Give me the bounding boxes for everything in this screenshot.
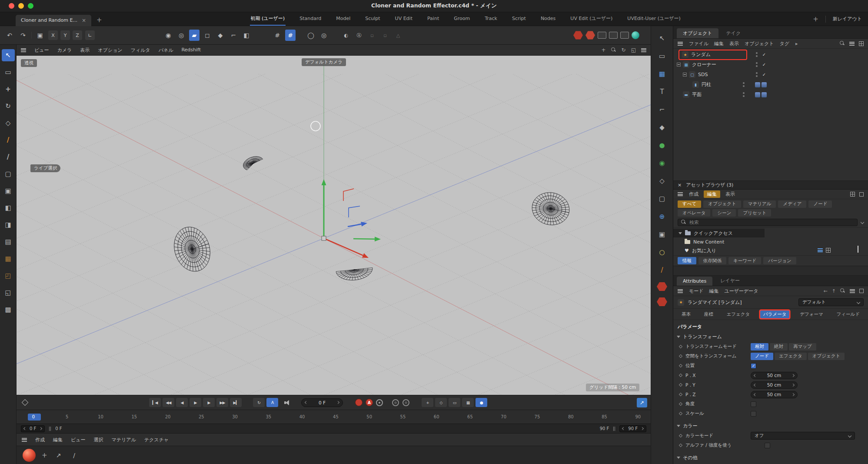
- group-color[interactable]: カラー: [673, 421, 868, 431]
- zoom-view-icon[interactable]: [611, 47, 616, 53]
- grid-view-icon[interactable]: [826, 248, 831, 253]
- attribute-category-tab[interactable]: フィールド: [833, 310, 862, 318]
- ab-filter-tab[interactable]: ノード: [808, 200, 832, 208]
- tool-icon[interactable]: ▩: [2, 304, 15, 316]
- toolbar-icon[interactable]: ◧: [241, 30, 252, 41]
- axis-lock-button[interactable]: Z: [73, 30, 82, 40]
- attr-menu-item[interactable]: モード: [689, 288, 704, 294]
- sound-icon[interactable]: [284, 400, 291, 405]
- record-keyframe-icon[interactable]: [355, 399, 362, 406]
- command-icon[interactable]: [657, 282, 667, 291]
- px-field[interactable]: 50 cm: [751, 372, 798, 379]
- tool-icon[interactable]: ◧: [2, 202, 15, 214]
- position-checkbox[interactable]: [751, 363, 756, 369]
- material-tool-icon[interactable]: /: [69, 450, 80, 461]
- render-settings-icon[interactable]: [585, 31, 595, 40]
- transform-mode-option[interactable]: 絶対: [770, 343, 788, 351]
- attr-menu-item[interactable]: 編集: [709, 288, 719, 294]
- viewport-render-icon[interactable]: ▣: [35, 30, 45, 41]
- om-search-icon[interactable]: [840, 41, 845, 46]
- timeline-option-icon[interactable]: ●: [476, 398, 487, 407]
- material-menu-icon[interactable]: [22, 438, 27, 442]
- scale-checkbox[interactable]: [751, 411, 756, 417]
- tree-row-plane[interactable]: ▬ 平面: [673, 90, 767, 100]
- toolbar-icon[interactable]: △: [393, 30, 403, 41]
- viewport-menu-item[interactable]: オプション: [98, 47, 122, 53]
- command-icon[interactable]: /: [655, 264, 668, 276]
- panel-tab[interactable]: オブジェクト: [677, 28, 718, 38]
- ab-thumbnail-icon[interactable]: [850, 192, 855, 197]
- ab-tree-new-content[interactable]: New Content: [673, 237, 765, 246]
- ab-menu-item[interactable]: 表示: [725, 191, 735, 197]
- tool-icon[interactable]: ▣: [2, 185, 15, 197]
- timeline-option-icon[interactable]: +: [422, 398, 433, 407]
- layout-tab[interactable]: UV Edit (ユーザー): [569, 12, 613, 26]
- py-field[interactable]: 50 cm: [751, 381, 798, 389]
- range-start-handle[interactable]: [49, 427, 50, 431]
- panel-tab[interactable]: レイヤー: [714, 276, 746, 286]
- viewport-menu-item[interactable]: カメラ: [57, 47, 72, 53]
- 3d-viewport[interactable]: 透視 デフォルトカメラ ライブ選択 グリッド間隔：50 cm: [17, 56, 651, 395]
- enabled-check-icon[interactable]: ✓: [762, 72, 767, 77]
- current-frame-field[interactable]: 0 F: [301, 398, 343, 407]
- search-options-chevron-icon[interactable]: [861, 220, 864, 224]
- ab-menu-icon[interactable]: [678, 192, 683, 196]
- layout-tab[interactable]: Model: [335, 12, 351, 26]
- tool-icon[interactable]: ◰: [2, 270, 15, 282]
- command-icon[interactable]: ◇: [655, 175, 668, 187]
- ab-tree-quick-access[interactable]: クイックアクセス: [673, 229, 765, 237]
- layout-tab[interactable]: Nodes: [540, 12, 556, 26]
- om-menu-item[interactable]: 表示: [729, 40, 739, 47]
- history-back-icon[interactable]: ←: [824, 288, 828, 294]
- visibility-dots[interactable]: [743, 92, 745, 97]
- new-layout-button[interactable]: 新レイアウト: [833, 16, 862, 22]
- material-menu-item[interactable]: 選択: [94, 437, 103, 443]
- transform-space-option[interactable]: オブジェクト: [808, 353, 845, 360]
- om-menu-icon[interactable]: [678, 42, 683, 46]
- lock-icon[interactable]: [859, 289, 864, 293]
- tool-icon[interactable]: /: [2, 134, 15, 146]
- layout-tab[interactable]: UV Edit: [394, 12, 413, 26]
- command-icon[interactable]: ▣: [655, 228, 668, 240]
- ab-filter-tab[interactable]: すべて: [678, 200, 701, 208]
- attribute-category-tab[interactable]: 基本: [678, 310, 694, 318]
- ab-info-tab[interactable]: 情報: [678, 257, 696, 264]
- material-tool-icon[interactable]: ↗: [53, 450, 64, 461]
- om-menu-more-icon[interactable]: ▸: [795, 41, 798, 47]
- attr-menu-icon[interactable]: [678, 289, 683, 293]
- viewport-options-icon[interactable]: [641, 48, 646, 52]
- attribute-category-tab[interactable]: 座標: [701, 310, 716, 318]
- pz-field[interactable]: 50 cm: [751, 391, 798, 398]
- command-icon[interactable]: [657, 297, 667, 307]
- toolbar-icon[interactable]: ▰: [189, 30, 200, 41]
- command-icon[interactable]: ⌐: [655, 103, 668, 116]
- keying-settings-icon[interactable]: [376, 399, 383, 406]
- attribute-category-tab[interactable]: デフォーマ: [797, 310, 826, 318]
- playback-button[interactable]: ▎◀: [149, 398, 161, 407]
- command-icon[interactable]: ⊕: [655, 210, 668, 223]
- transform-mode-option[interactable]: 相対: [751, 343, 768, 351]
- range-start-field[interactable]: 0 F: [21, 425, 45, 432]
- attr-menu-item[interactable]: ユーザーデータ: [725, 288, 758, 294]
- tag-icon[interactable]: [762, 92, 767, 97]
- projection-label[interactable]: 透視: [21, 59, 37, 67]
- toolbar-icon[interactable]: ◐: [341, 30, 351, 41]
- axis-lock-button[interactable]: X: [48, 30, 58, 40]
- tool-icon[interactable]: ◱: [2, 287, 15, 299]
- timeline-option-icon[interactable]: ▭: [449, 398, 460, 407]
- toolbar-icon[interactable]: ◎: [176, 30, 186, 41]
- record-rotation-icon[interactable]: [402, 399, 409, 406]
- toolbar-icon[interactable]: ◻: [202, 30, 213, 41]
- viewport-menu-item[interactable]: Redshift: [181, 47, 201, 53]
- command-icon[interactable]: ▭: [655, 50, 668, 62]
- om-layout-icon[interactable]: [859, 41, 864, 46]
- add-layout-button[interactable]: +: [813, 15, 818, 23]
- command-icon[interactable]: ↖: [655, 32, 668, 44]
- tree-row-cloner[interactable]: ▦ クローナー ✓: [673, 60, 767, 70]
- command-icon[interactable]: ◆: [655, 121, 668, 134]
- snap-icon[interactable]: #: [272, 30, 283, 41]
- close-panel-icon[interactable]: ×: [678, 182, 682, 188]
- toggle-view-icon[interactable]: ◱: [631, 47, 636, 53]
- visibility-dots[interactable]: [743, 82, 745, 87]
- panel-tab[interactable]: テイク: [720, 28, 747, 38]
